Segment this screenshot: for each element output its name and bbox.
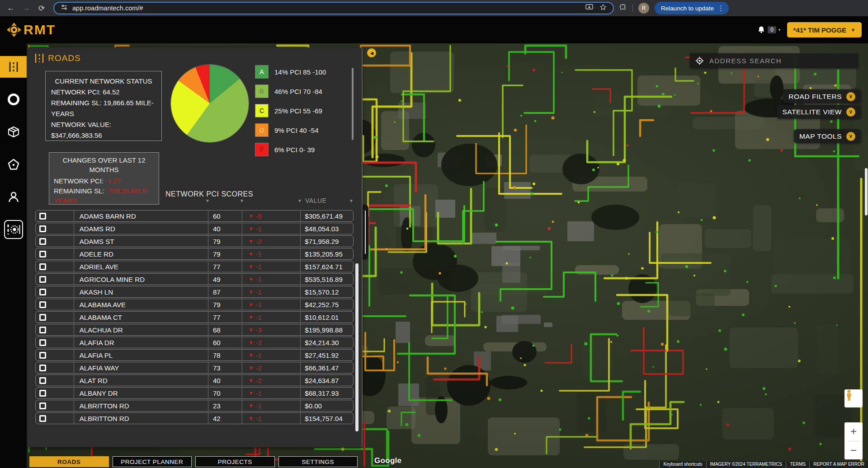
satellite-view-button[interactable]: SATELLITE VIEW ∨	[777, 105, 861, 119]
zoom-in-button[interactable]: +	[844, 422, 863, 441]
panel-title: ROADS	[48, 53, 81, 63]
table-row[interactable]: ALBANY DR 70 ▼-1 $68,317.93	[35, 387, 354, 399]
road-filters-button[interactable]: ROAD FILTERS ∨	[783, 89, 861, 103]
rmt-compass-icon	[6, 22, 22, 37]
row-checkbox[interactable]	[39, 251, 46, 257]
row-checkbox[interactable]	[39, 377, 46, 384]
browser-profile-avatar[interactable]: R	[638, 3, 649, 14]
row-checkbox[interactable]	[39, 301, 46, 308]
pci-decrease-icon: ▼	[249, 226, 254, 231]
sort-caret-pci-icon[interactable]: ▼	[240, 198, 244, 203]
table-row[interactable]: ALBRITTON RD 23 ▼-1 $0.00	[35, 400, 354, 412]
row-checkbox[interactable]	[39, 225, 46, 232]
value-cell: $42,252.75	[300, 299, 353, 310]
road-name-cell: ADELE RD	[74, 248, 208, 259]
table-row[interactable]: AGRICOLA MINE RD 49 ▼-1 $535,516.89	[35, 273, 354, 285]
table-row[interactable]: ALAFIA DR 60 ▼-2 $24,214.30	[35, 337, 354, 348]
sort-caret-change-icon[interactable]: ▼	[297, 198, 302, 203]
logo-text: RMT	[24, 22, 56, 37]
package-icon	[7, 126, 20, 138]
url-bar[interactable]: app.roadmantech.com/#	[53, 2, 614, 14]
bookmark-star-icon[interactable]	[599, 4, 607, 13]
changes-remaining-sl: REMAINING SL: -758.36 MILE-	[54, 186, 154, 196]
table-row[interactable]: ALABAMA AVE 79 ▼-1 $42,252.75	[35, 299, 354, 310]
row-checkbox[interactable]	[39, 213, 46, 220]
row-checkbox[interactable]	[39, 365, 46, 371]
value-cell: $66,361.47	[300, 362, 353, 373]
row-checkbox[interactable]	[39, 263, 46, 270]
browser-menu-icon[interactable]: ⋮	[717, 4, 724, 12]
reload-icon[interactable]: ⟳	[35, 2, 48, 14]
row-checkbox[interactable]	[39, 415, 46, 422]
road-name-cell: ADAMS ST	[74, 236, 208, 247]
legend-item: D 9% PCI 40 -54	[255, 124, 326, 136]
chevron-down-icon: ∨	[846, 92, 855, 101]
row-checkbox[interactable]	[39, 352, 46, 359]
legend-item: C 25% PCI 55 -69	[255, 104, 326, 117]
install-icon[interactable]	[585, 4, 593, 13]
table-row[interactable]: ADAMS ST 79 ▼-2 $71,958.29	[35, 235, 354, 247]
panel-drawer-handle[interactable]	[362, 205, 368, 260]
table-row[interactable]: ADELE RD 79 ▼-1 $135,205.95	[35, 248, 354, 260]
pci-cell: 40	[208, 223, 242, 234]
tab-project-planner[interactable]: PROJECT PLANNER	[113, 456, 192, 467]
table-row[interactable]: ALABAMA CT 77 ▼-1 $10,612.01	[35, 311, 354, 323]
pci-cell: 73	[208, 362, 242, 373]
table-scrollbar-thumb[interactable]	[355, 263, 359, 431]
table-row[interactable]: ADAMS RD 40 ▼-1 $48,054.03	[35, 223, 354, 234]
tab-projects[interactable]: PROJECTS	[195, 456, 275, 467]
sidebar-item-package[interactable]	[0, 121, 27, 143]
attribution-link[interactable]: Keyboard shortcuts	[659, 461, 706, 468]
attribution-link[interactable]: REPORT A MAP ERROR	[809, 461, 868, 468]
table-row[interactable]: ALACHUA DR 68 ▼-3 $195,998.88	[35, 324, 354, 336]
pegman-button[interactable]	[844, 389, 863, 407]
panel-collapse-arrow[interactable]: ◀	[367, 48, 376, 57]
sort-caret-value-icon[interactable]: ▼	[349, 198, 354, 203]
table-row[interactable]: ALAFIA WAY 73 ▼-2 $66,361.47	[35, 362, 354, 374]
table-row[interactable]: ADRIEL AVE 77 ▼-1 $157,624.71	[35, 261, 354, 272]
user-menu-button[interactable]: *41* TIM POGGE ▼	[787, 22, 862, 37]
pci-change-cell: ▼-1	[242, 299, 301, 310]
sidebar-item-pentagon[interactable]	[0, 154, 27, 175]
relaunch-button[interactable]: Relaunch to update ⋮	[655, 2, 729, 14]
site-settings-icon[interactable]	[61, 4, 68, 13]
row-checkbox[interactable]	[39, 289, 46, 295]
table-row[interactable]: ADAMS BARN RD 60 ▼-5 $305,671.49	[35, 210, 354, 222]
row-checkbox[interactable]	[39, 238, 46, 245]
extensions-icon[interactable]	[619, 4, 627, 13]
notification-count-badge: 0	[768, 26, 776, 33]
value-cell: $27,451.92	[300, 350, 353, 360]
tab-settings[interactable]: SETTINGS	[278, 456, 358, 467]
table-row[interactable]: AKASH LN 87 ▼-1 $15,570.12	[35, 286, 354, 298]
table-row[interactable]: ALAT RD 40 ▼-2 $24,634.87	[35, 374, 354, 386]
row-checkbox[interactable]	[39, 314, 46, 321]
pci-decrease-icon: ▼	[249, 264, 254, 269]
legend-scrollbar[interactable]	[352, 68, 354, 140]
rmt-logo[interactable]: RMT	[6, 22, 56, 37]
table-row[interactable]: ALAFIA PL 78 ▼-1 $27,451.92	[35, 349, 354, 361]
zoom-out-button[interactable]: −	[844, 441, 863, 460]
attribution-link[interactable]: TERMS	[786, 461, 809, 468]
row-checkbox[interactable]	[39, 276, 46, 283]
sidebar-item-ring[interactable]	[0, 89, 27, 110]
sidebar-item-user[interactable]	[0, 186, 27, 208]
map-tools-button[interactable]: MAP TOOLS ∨	[794, 129, 861, 143]
status-box-title: CURRENT NETWORK STATUS	[51, 76, 156, 87]
sidebar-item-road-survey[interactable]	[0, 219, 27, 240]
tab-roads[interactable]: ROADS	[29, 456, 109, 467]
map-attribution: Keyboard shortcutsIMAGERY ©2024 TERRAMET…	[659, 461, 868, 468]
row-checkbox[interactable]	[39, 402, 46, 409]
row-checkbox[interactable]	[39, 339, 46, 346]
attribution-link[interactable]: IMAGERY ©2024 TERRAMETRICS	[706, 461, 786, 468]
forward-icon[interactable]: →	[20, 2, 33, 14]
table-row[interactable]: ALBRITTON RD 42 ▼-1 $154,757.04	[35, 412, 354, 424]
notifications[interactable]: 0 ▾	[757, 25, 780, 34]
row-checkbox[interactable]	[39, 327, 46, 333]
sort-caret-name-icon[interactable]: ▼	[205, 198, 210, 203]
pci-cell: 79	[208, 248, 242, 259]
address-search-input[interactable]: ADDRESS SEARCH	[690, 53, 858, 68]
url-text[interactable]: app.roadmantech.com/#	[72, 5, 143, 12]
back-icon[interactable]: ←	[5, 2, 17, 14]
sidebar-item-roads[interactable]	[0, 56, 27, 78]
row-checkbox[interactable]	[39, 390, 46, 397]
